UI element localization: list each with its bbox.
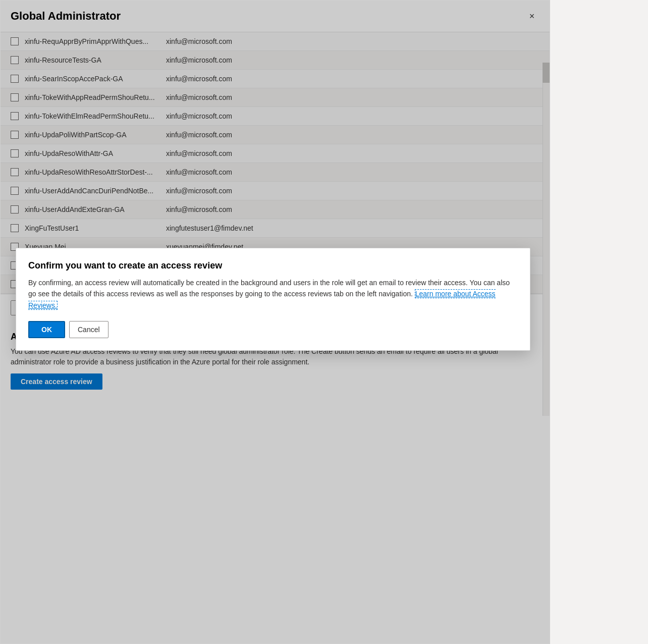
dialog-actions: OK Cancel [28, 321, 518, 338]
main-panel: Global Administrator × xinfu-RequApprByP… [0, 0, 550, 644]
dialog-overlay: Confirm you want to create an access rev… [1, 1, 550, 644]
dialog-body: By confirming, an access review will aut… [28, 277, 518, 311]
dialog-ok-button[interactable]: OK [28, 321, 65, 338]
dialog-title: Confirm you want to create an access rev… [28, 260, 518, 271]
confirm-dialog: Confirm you want to create an access rev… [16, 248, 530, 351]
dialog-cancel-button[interactable]: Cancel [69, 321, 109, 338]
